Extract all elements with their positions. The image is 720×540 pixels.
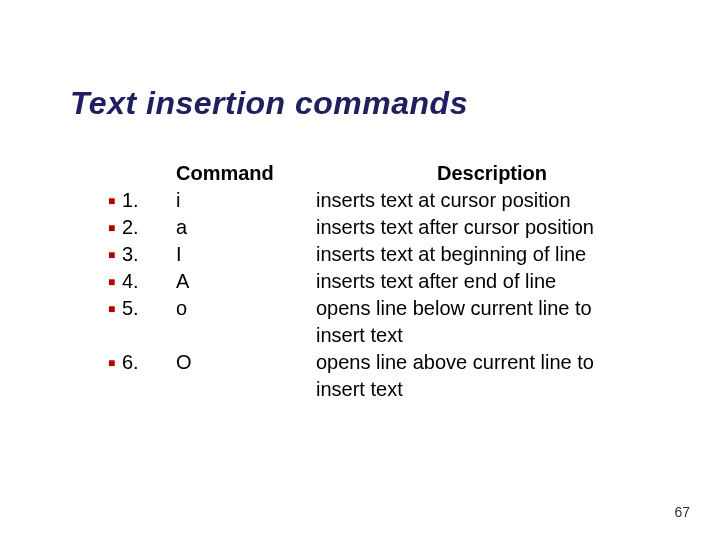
row-command: I xyxy=(176,241,316,268)
bullet-icon: ■ xyxy=(108,301,122,317)
row-number: ■1. xyxy=(108,187,176,214)
row-command: O xyxy=(176,349,316,376)
table-row: ■5. o opens line below current line to i… xyxy=(108,295,638,349)
row-number: ■6. xyxy=(108,349,176,376)
bullet-icon: ■ xyxy=(108,355,122,371)
table-row: ■4. A inserts text after end of line xyxy=(108,268,638,295)
bullet-icon: ■ xyxy=(108,274,122,290)
header-description: Description xyxy=(316,160,638,187)
row-command: a xyxy=(176,214,316,241)
bullet-icon: ■ xyxy=(108,220,122,236)
row-number: ■4. xyxy=(108,268,176,295)
row-number: ■5. xyxy=(108,295,176,322)
slide: Text insertion commands Command Descript… xyxy=(0,0,720,540)
slide-title: Text insertion commands xyxy=(70,85,468,122)
row-description: inserts text at cursor position xyxy=(316,187,638,214)
command-table: Command Description ■1. i inserts text a… xyxy=(108,160,638,403)
row-number: ■3. xyxy=(108,241,176,268)
row-description: inserts text after cursor position xyxy=(316,214,638,241)
row-command: o xyxy=(176,295,316,322)
bullet-icon: ■ xyxy=(108,193,122,209)
table-row: ■1. i inserts text at cursor position xyxy=(108,187,638,214)
row-description: opens line above current line to insert … xyxy=(316,349,638,403)
bullet-icon: ■ xyxy=(108,247,122,263)
row-command: i xyxy=(176,187,316,214)
row-description: opens line below current line to insert … xyxy=(316,295,638,349)
row-description: inserts text after end of line xyxy=(316,268,638,295)
row-description: inserts text at beginning of line xyxy=(316,241,638,268)
page-number: 67 xyxy=(674,504,690,520)
table-row: ■2. a inserts text after cursor position xyxy=(108,214,638,241)
table-row: ■3. I inserts text at beginning of line xyxy=(108,241,638,268)
row-command: A xyxy=(176,268,316,295)
row-number: ■2. xyxy=(108,214,176,241)
table-row: ■6. O opens line above current line to i… xyxy=(108,349,638,403)
header-command: Command xyxy=(176,160,316,187)
table-header-row: Command Description xyxy=(108,160,638,187)
